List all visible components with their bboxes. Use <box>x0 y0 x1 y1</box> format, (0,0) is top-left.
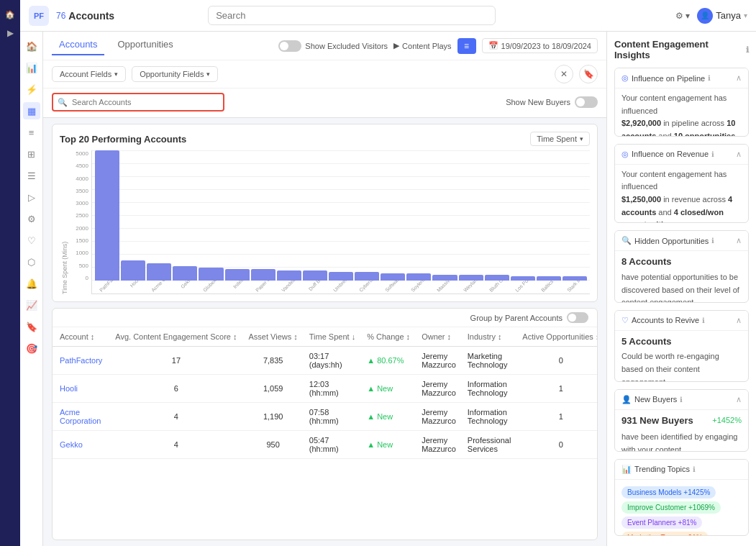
nav-icon-list[interactable]: ≡ <box>23 124 40 141</box>
topbar-search-wrapper <box>208 6 496 25</box>
chart-bar[interactable] <box>485 275 509 281</box>
nav-icon-play[interactable]: ▷ <box>23 188 40 206</box>
nav-icon-grid[interactable]: ▦ <box>23 102 40 119</box>
search-accounts-input[interactable] <box>52 93 224 112</box>
y-4000: 4000 <box>76 176 88 182</box>
user-label: Tanya <box>716 10 741 21</box>
cell-time-spent: 05:47 (hh:mm) <box>304 431 361 459</box>
chart-bar[interactable] <box>95 150 119 281</box>
col-owner[interactable]: Owner ↕ <box>416 327 462 347</box>
tab-accounts[interactable]: Accounts <box>52 36 104 55</box>
opportunity-fields-button[interactable]: Opportunity Fields▾ <box>132 66 218 82</box>
rp-hidden-body: 8 Accounts have potential opportunities … <box>615 250 748 302</box>
date-range-display[interactable]: 📅 19/09/2023 to 18/09/2024 <box>482 38 598 53</box>
x-label: Software Technology <box>384 281 405 293</box>
user-menu[interactable]: 👤 Tanya ▾ <box>697 8 747 24</box>
tab-opportunities[interactable]: Opportunities <box>110 36 180 55</box>
chart-bar[interactable] <box>147 263 171 281</box>
show-excluded-toggle[interactable] <box>278 40 301 52</box>
chart-bar[interactable] <box>329 272 353 281</box>
group-by-label: Group by Parent Accounts <box>470 314 563 322</box>
chart-bar[interactable] <box>121 260 145 281</box>
nav-icon-home[interactable]: 🏠 <box>23 37 40 55</box>
account-fields-button[interactable]: Account Fields▾ <box>52 66 126 82</box>
rp-pipeline-section: ◎ Influence on Pipeline ℹ ∧ Your content… <box>614 68 749 137</box>
nav-icon-menu[interactable]: ☰ <box>23 167 40 184</box>
cell-industry: Information Technology <box>462 375 517 403</box>
view-toggle-button[interactable]: ≡ <box>457 38 476 54</box>
cell-account[interactable]: Hooli <box>53 375 109 403</box>
x-label: Weyland Industries <box>463 281 483 293</box>
nav-icon-target[interactable]: 🎯 <box>23 340 40 357</box>
chart-bar[interactable] <box>459 275 483 281</box>
chart-bar[interactable] <box>225 269 250 281</box>
revive-icon: ♡ <box>621 316 629 325</box>
trending-tag[interactable]: Improve Customer +1069% <box>621 501 721 514</box>
nav-icon-settings[interactable]: ⚙ <box>23 210 40 227</box>
chart-dropdown[interactable]: Time Spent ▾ <box>530 132 590 146</box>
cell-views: 1,059 <box>243 375 304 403</box>
trending-tag[interactable]: Business Models +1425% <box>621 486 716 499</box>
y-1500: 1500 <box>76 237 88 244</box>
nav-icon-apps[interactable]: ⊞ <box>23 145 40 163</box>
nav-icon-bolt[interactable]: ⚡ <box>23 81 40 98</box>
icon-rail: 🏠 ▶ <box>0 0 20 546</box>
trending-tag[interactable]: Marketing Teams +21% <box>621 532 709 536</box>
chart-bar[interactable] <box>303 270 327 281</box>
settings-button[interactable]: ⚙ ▾ <box>675 11 690 21</box>
cell-change: ▲ New <box>361 431 416 459</box>
chart-bar[interactable] <box>173 266 197 281</box>
clear-filters-button[interactable]: ✕ <box>555 65 573 83</box>
nav-icon-bell[interactable]: 🔔 <box>23 275 40 292</box>
chart-bar[interactable] <box>355 272 379 281</box>
page-main: Accounts Opportunities Show Excluded Vis… <box>43 32 606 546</box>
cell-score: 6 <box>109 375 242 403</box>
rp-hidden-header[interactable]: 🔍 Hidden Opportunities ℹ ∧ <box>615 231 748 250</box>
nav-icon-chart[interactable]: 📊 <box>23 59 40 76</box>
x-label: PathFactory <box>99 281 119 293</box>
chart-bar[interactable] <box>277 270 301 281</box>
cell-time-spent: 03:17 (days:hh) <box>304 347 361 375</box>
nav-icon-bookmark[interactable]: 🔖 <box>23 318 40 335</box>
rp-new-buyers-header[interactable]: 👤 New Buyers ℹ ∧ <box>615 390 748 409</box>
col-time-spent[interactable]: Time Spent ↓ <box>304 327 361 347</box>
new-buyers-toggle[interactable] <box>575 96 598 108</box>
cell-account[interactable]: PathFactory <box>53 347 109 375</box>
revenue-chevron: ∧ <box>736 150 742 159</box>
cell-account[interactable]: Gekko <box>53 431 109 459</box>
app-logo: PF <box>29 6 49 26</box>
nav-icon-trending[interactable]: 📈 <box>23 296 40 314</box>
y-5000: 5000 <box>76 150 88 157</box>
cell-time-spent: 12:03 (hh:mm) <box>304 375 361 403</box>
group-by-toggle[interactable] <box>567 312 588 323</box>
col-change[interactable]: % Change ↕ <box>361 327 416 347</box>
chart-bar[interactable] <box>251 269 275 281</box>
save-filter-button[interactable]: 🔖 <box>579 65 598 83</box>
chart-bar[interactable] <box>432 275 457 281</box>
revive-info: ℹ <box>702 317 705 324</box>
chart-bar[interactable] <box>406 273 431 281</box>
rail-expand[interactable]: ▶ <box>1 24 19 42</box>
trending-tag[interactable]: Event Planners +81% <box>621 517 702 529</box>
cell-owner: Jeremy Mazzurco <box>416 375 462 403</box>
cell-account[interactable]: Acme Corporation <box>53 403 109 431</box>
rp-trending-header[interactable]: 📊 Trending Topics ℹ <box>615 460 748 479</box>
col-opportunities[interactable]: Active Opportunities ↕ <box>516 327 597 347</box>
col-views[interactable]: Asset Views ↕ <box>243 327 304 347</box>
cell-owner: Jeremy Mazzurco <box>416 431 462 459</box>
col-account[interactable]: Account ↕ <box>53 327 109 347</box>
col-score[interactable]: Avg. Content Engagement Score ↕ <box>109 327 242 347</box>
nav-icon-hex[interactable]: ⬡ <box>23 253 40 270</box>
rp-revenue-header[interactable]: ◎ Influence on Revenue ℹ ∧ <box>615 145 748 164</box>
topbar-search-input[interactable] <box>208 6 496 25</box>
x-label: Acme Corporation <box>150 281 171 293</box>
chart-bar[interactable] <box>381 273 405 281</box>
settings-label: ▾ <box>686 11 690 21</box>
rp-revive-header[interactable]: ♡ Accounts to Revive ℹ ∧ <box>615 311 748 330</box>
content-plays-button[interactable]: ▶ Content Plays <box>393 41 451 50</box>
nav-icon-heart[interactable]: ♡ <box>23 232 40 249</box>
chart-bar[interactable] <box>199 268 223 281</box>
rail-icon-home[interactable]: 🏠 <box>1 6 19 23</box>
rp-pipeline-header[interactable]: ◎ Influence on Pipeline ℹ ∧ <box>615 68 748 88</box>
col-industry[interactable]: Industry ↕ <box>462 327 517 347</box>
